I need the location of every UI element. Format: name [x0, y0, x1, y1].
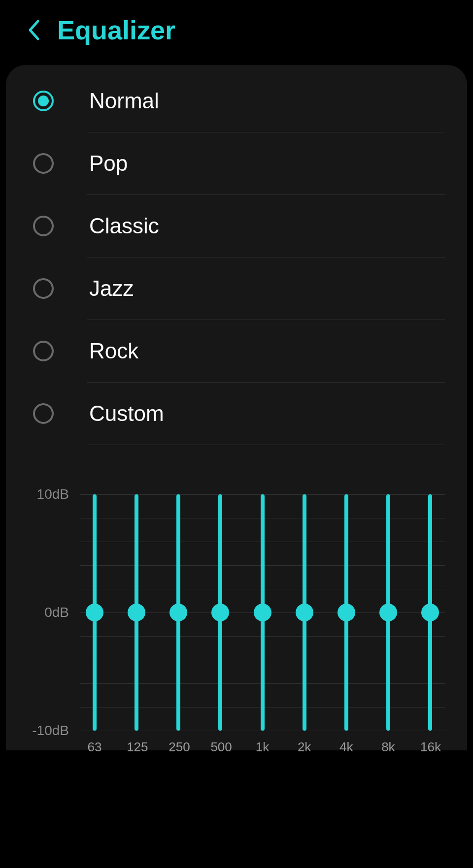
- y-axis-labels: 10dB 0dB -10dB: [35, 494, 75, 731]
- slider-thumb[interactable]: [86, 604, 103, 621]
- slider-thumb[interactable]: [169, 604, 187, 621]
- preset-option[interactable]: Rock: [6, 320, 467, 382]
- slider-thumb[interactable]: [211, 604, 229, 621]
- radio-icon[interactable]: [33, 278, 54, 299]
- slider-thumb[interactable]: [128, 604, 145, 621]
- header: Equalizer: [0, 0, 473, 60]
- settings-panel: NormalPopClassicJazzRockCustom 10dB 0dB …: [6, 65, 467, 750]
- preset-list: NormalPopClassicJazzRockCustom: [6, 70, 467, 445]
- preset-label: Pop: [89, 151, 128, 176]
- eq-band-slider[interactable]: [169, 494, 188, 731]
- preset-label: Normal: [89, 89, 159, 113]
- freq-label: 500: [210, 739, 230, 755]
- freq-label: 250: [169, 739, 188, 755]
- eq-sliders: [80, 494, 445, 731]
- equalizer-graph: 10dB 0dB -10dB 631252505001k2k4k8k16k: [35, 494, 445, 731]
- eq-band-slider[interactable]: [337, 494, 356, 731]
- radio-icon[interactable]: [33, 91, 54, 111]
- slider-thumb[interactable]: [296, 604, 313, 621]
- freq-label: 125: [127, 739, 146, 755]
- y-label-max: 10dB: [37, 486, 69, 502]
- slider-thumb[interactable]: [421, 604, 439, 621]
- preset-label: Rock: [89, 339, 138, 363]
- slider-thumb[interactable]: [379, 604, 397, 621]
- preset-option[interactable]: Pop: [6, 132, 467, 194]
- slider-thumb[interactable]: [254, 604, 271, 621]
- eq-band-slider[interactable]: [210, 494, 230, 731]
- preset-label: Custom: [89, 401, 164, 426]
- eq-band-slider[interactable]: [295, 494, 314, 731]
- slider-thumb[interactable]: [338, 604, 355, 621]
- page-title: Equalizer: [57, 15, 175, 45]
- freq-label: 16k: [420, 739, 440, 755]
- freq-label: 2k: [295, 739, 314, 755]
- preset-label: Jazz: [89, 276, 134, 301]
- radio-icon[interactable]: [33, 341, 54, 361]
- eq-band-slider[interactable]: [127, 494, 146, 731]
- eq-band-slider[interactable]: [378, 494, 398, 731]
- y-label-mid: 0dB: [44, 605, 69, 620]
- preset-label: Classic: [89, 214, 159, 238]
- y-label-min: -10dB: [32, 723, 69, 739]
- freq-label: 63: [85, 739, 104, 755]
- preset-option[interactable]: Normal: [6, 70, 467, 132]
- eq-band-slider[interactable]: [420, 494, 440, 731]
- radio-icon[interactable]: [33, 403, 54, 424]
- freq-label: 8k: [378, 739, 398, 755]
- radio-icon[interactable]: [33, 153, 54, 174]
- radio-icon[interactable]: [33, 216, 54, 236]
- freq-label: 4k: [337, 739, 356, 755]
- preset-option[interactable]: Jazz: [6, 257, 467, 320]
- eq-band-slider[interactable]: [85, 494, 104, 731]
- freq-label: 1k: [253, 739, 272, 755]
- eq-band-slider[interactable]: [253, 494, 272, 731]
- preset-option[interactable]: Classic: [6, 195, 467, 257]
- preset-option[interactable]: Custom: [6, 383, 467, 445]
- divider: [87, 445, 445, 445]
- back-icon[interactable]: [27, 19, 40, 41]
- x-axis-labels: 631252505001k2k4k8k16k: [80, 731, 445, 755]
